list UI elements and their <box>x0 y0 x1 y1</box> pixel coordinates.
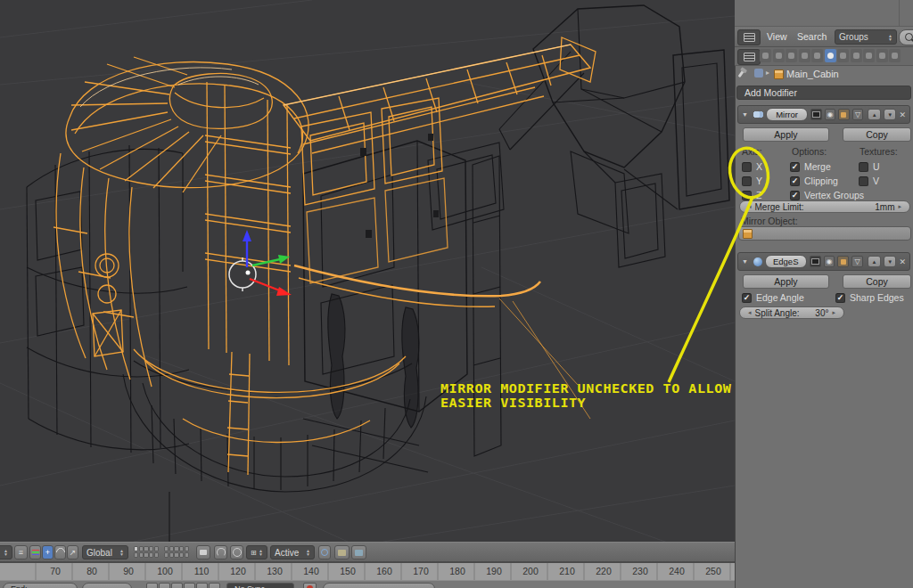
object-name[interactable]: Main_Cabin <box>786 69 839 79</box>
move-modifier-up-button[interactable]: ▲ <box>868 109 881 120</box>
layer-toggle[interactable] <box>179 546 184 551</box>
translate-manipulator-button[interactable]: + <box>42 545 53 559</box>
tab-render-icon[interactable] <box>760 49 771 62</box>
jump-start-button[interactable] <box>146 583 158 588</box>
layer-toggle[interactable] <box>174 552 178 558</box>
layer-toggle[interactable] <box>185 552 189 558</box>
prev-keyframe-button[interactable] <box>171 583 183 588</box>
add-modifier-button[interactable]: Add Modifier <box>736 86 911 100</box>
layer-toggle[interactable] <box>134 552 138 558</box>
outliner-scrollbar[interactable] <box>899 0 900 26</box>
mirror-object-field[interactable] <box>738 226 911 241</box>
snap-target-dropdown[interactable]: Active ▲▼ <box>270 545 315 559</box>
edgesplit-modifier-header[interactable]: ▼ EdgeS ◉ ▽ ▲ ▼ ✕ <box>737 252 910 271</box>
snap-mode-dropdown[interactable]: ⊞▲▼ <box>246 545 267 559</box>
snap-magnet-icon[interactable] <box>214 545 227 559</box>
opengl-render-anim-button[interactable] <box>351 545 366 559</box>
viewport-visibility-toggle[interactable]: ◉ <box>825 109 836 120</box>
play-button[interactable] <box>196 583 208 588</box>
checkbox-edge-angle[interactable]: ✓Edge Angle <box>742 292 804 303</box>
snap-element-icon[interactable] <box>230 545 243 559</box>
checkbox-merge[interactable]: ✓Merge <box>790 161 831 172</box>
layer-toggle[interactable] <box>144 552 148 558</box>
sync-mode-dropdown[interactable]: No Sync <box>226 583 294 588</box>
layer-toggle[interactable] <box>154 552 159 558</box>
3d-viewport[interactable] <box>0 0 735 542</box>
slider-right-icon[interactable]: ▸ <box>832 309 835 316</box>
lock-to-scene-icon[interactable] <box>196 545 210 559</box>
tab-modifiers-icon[interactable] <box>825 49 836 62</box>
mirror-modifier-header[interactable]: ▼ Mirror ◉ ▽ ▲ ▼ ✕ <box>737 105 910 124</box>
record-button[interactable] <box>303 583 317 588</box>
layer-toggle[interactable] <box>169 552 174 558</box>
delete-modifier-icon[interactable]: ✕ <box>899 257 906 266</box>
menu-search[interactable]: Search <box>797 31 827 42</box>
keying-set-field[interactable] <box>323 583 435 588</box>
mode-dropdown[interactable]: ▲▼ <box>0 545 12 559</box>
layer-toggle[interactable] <box>139 552 144 558</box>
mirror-copy-button[interactable]: Copy <box>843 127 911 142</box>
layer-toggle[interactable] <box>169 546 174 551</box>
slider-left-icon[interactable]: ◂ <box>748 309 752 316</box>
layer-toggle[interactable] <box>164 546 169 551</box>
tab-data-icon[interactable] <box>837 49 849 62</box>
tab-material-icon[interactable] <box>851 49 862 62</box>
viewport-visibility-toggle[interactable]: ◉ <box>824 256 835 267</box>
editor-type-dropdown[interactable] <box>737 49 761 65</box>
layer-toggle[interactable] <box>149 552 153 558</box>
checkbox-axis-y[interactable]: Y <box>742 176 762 186</box>
layer-toggle[interactable] <box>134 546 138 551</box>
outliner-content[interactable] <box>735 0 913 27</box>
checkbox-clipping[interactable]: ✓Clipping <box>790 176 838 186</box>
checkbox-sharp-edges[interactable]: ✓Sharp Edges <box>835 292 904 303</box>
split-angle-slider[interactable]: ◂ Split Angle: 30° ▸ <box>739 306 844 319</box>
timeline-ruler[interactable]: 7080901001101201301401501601701801902002… <box>0 562 735 580</box>
checkbox-axis-x[interactable]: X <box>742 161 762 172</box>
next-keyframe-button[interactable] <box>209 583 220 588</box>
orientation-dropdown[interactable]: Global ▲▼ <box>82 545 128 559</box>
opengl-render-image-button[interactable] <box>334 545 350 559</box>
checkbox-vertex-groups[interactable]: ✓Vertex Groups <box>790 190 864 200</box>
cage-toggle[interactable]: ▽ <box>852 109 864 120</box>
delete-modifier-icon[interactable]: ✕ <box>899 110 906 119</box>
expand-icon[interactable]: ▼ <box>742 258 751 265</box>
checkbox-texture-u[interactable]: U <box>859 161 880 172</box>
edit-mode-toggle[interactable] <box>837 256 849 267</box>
pin-icon[interactable] <box>738 69 745 78</box>
move-modifier-down-button[interactable]: ▼ <box>884 256 897 267</box>
move-modifier-down-button[interactable]: ▼ <box>884 109 897 120</box>
jump-end-button[interactable] <box>159 583 170 588</box>
manipulator-toggle-button[interactable] <box>29 545 41 559</box>
manipulator[interactable] <box>229 230 292 296</box>
render-visibility-toggle[interactable] <box>810 109 822 120</box>
edgesplit-copy-button[interactable]: Copy <box>843 274 911 289</box>
display-mode-dropdown[interactable]: Groups ▲▼ <box>835 29 897 45</box>
viewport-menu-icon[interactable]: ≡ <box>14 545 28 559</box>
scale-manipulator-button[interactable]: ↗ <box>67 545 78 559</box>
editor-type-dropdown[interactable] <box>737 29 761 45</box>
end-frame-field[interactable]: End: <box>3 583 78 588</box>
checkbox-axis-z[interactable]: Z <box>742 190 761 200</box>
merge-limit-slider[interactable]: ◂ Merge Limit: 1mm ▸ <box>739 200 910 213</box>
menu-view[interactable]: View <box>767 31 787 42</box>
slider-right-icon[interactable]: ▸ <box>898 203 901 210</box>
modifier-name-field[interactable]: Mirror <box>766 108 808 121</box>
tab-world-icon[interactable] <box>786 49 797 62</box>
outliner-search-button[interactable] <box>899 29 913 45</box>
play-reverse-button[interactable] <box>184 583 195 588</box>
layer-toggle[interactable] <box>185 546 189 551</box>
layer-toggle[interactable] <box>174 546 178 551</box>
edgesplit-apply-button[interactable]: Apply <box>743 274 829 289</box>
layer-toggle[interactable] <box>139 546 144 551</box>
layer-toggle[interactable] <box>144 546 148 551</box>
tab-texture-icon[interactable] <box>863 49 875 62</box>
expand-icon[interactable]: ▼ <box>742 111 751 118</box>
layer-toggle[interactable] <box>164 552 169 558</box>
layer-toggle[interactable] <box>154 546 159 551</box>
slider-left-icon[interactable]: ◂ <box>748 203 752 210</box>
tab-physics-icon[interactable] <box>889 49 901 62</box>
current-frame-field[interactable] <box>82 583 132 588</box>
layer-toggle[interactable] <box>179 552 184 558</box>
move-modifier-up-button[interactable]: ▲ <box>868 256 881 267</box>
modifier-name-field[interactable]: EdgeS <box>765 255 807 268</box>
